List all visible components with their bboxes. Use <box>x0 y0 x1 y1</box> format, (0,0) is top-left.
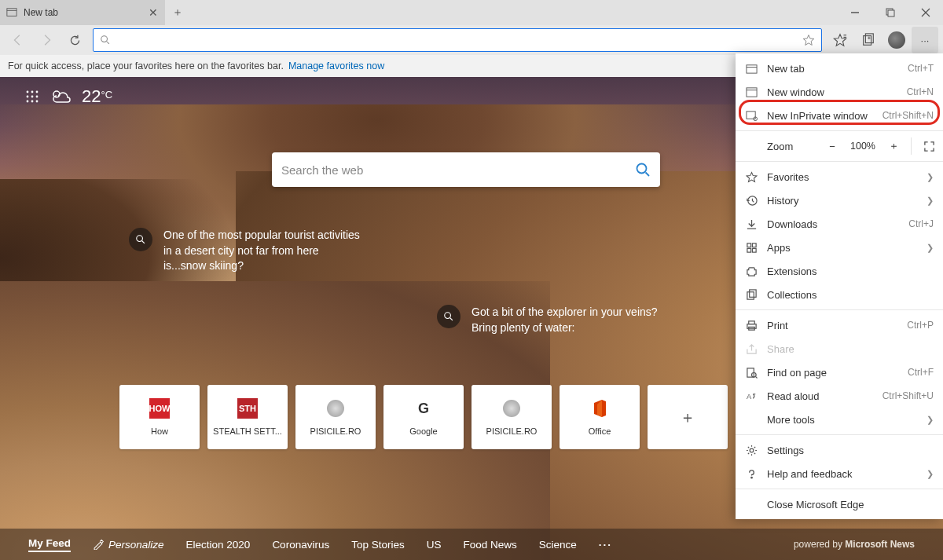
feed-more-icon[interactable]: ··· <box>599 539 612 551</box>
feed-science[interactable]: Science <box>539 539 577 551</box>
menu-read-aloud[interactable]: A» Read aloud Ctrl+Shift+U <box>736 384 943 408</box>
favorite-star-icon[interactable] <box>802 34 815 46</box>
svg-text:A: A <box>746 393 751 401</box>
address-bar[interactable] <box>93 28 822 52</box>
svg-point-18 <box>27 96 29 98</box>
content-header: 22°C <box>25 86 112 107</box>
zoom-out-button[interactable]: − <box>820 134 845 159</box>
feed-personalize[interactable]: Personalize <box>93 539 164 551</box>
chevron-right-icon: ❯ <box>926 415 934 425</box>
back-button[interactable] <box>5 27 31 53</box>
feed-us[interactable]: US <box>427 539 442 551</box>
web-search-input[interactable] <box>281 163 635 177</box>
refresh-button[interactable] <box>61 27 88 53</box>
menu-apps[interactable]: Apps ❯ <box>736 236 943 259</box>
hint-text: One of the most popular tourist activiti… <box>163 228 360 274</box>
tile-stealth[interactable]: STHSTEALTH SETT... <box>207 385 288 449</box>
new-tab-button[interactable]: ＋ <box>165 0 190 25</box>
weather-icon[interactable] <box>50 88 71 105</box>
zoom-value: 100% <box>849 141 876 152</box>
feed-coronavirus[interactable]: Coronavirus <box>272 539 329 551</box>
menu-history[interactable]: History ❯ <box>736 188 943 212</box>
forward-button[interactable] <box>33 27 60 53</box>
browser-tab[interactable]: New tab ✕ <box>0 0 165 25</box>
svg-point-27 <box>137 236 143 242</box>
feed-top-stories[interactable]: Top Stories <box>351 539 405 551</box>
svg-rect-33 <box>746 87 756 96</box>
address-input[interactable] <box>116 35 798 46</box>
fullscreen-button[interactable] <box>916 134 941 159</box>
info-hint-1[interactable]: One of the most popular tourist activiti… <box>129 228 360 274</box>
tile-google[interactable]: GGoogle <box>383 385 464 449</box>
menu-new-window[interactable]: New window Ctrl+N <box>736 80 943 104</box>
svg-point-53 <box>750 477 752 478</box>
chevron-right-icon: ❯ <box>926 243 934 253</box>
profile-button[interactable] <box>883 27 910 53</box>
temperature[interactable]: 22°C <box>82 86 112 107</box>
tile-how[interactable]: HOWHow <box>119 385 200 449</box>
menu-help[interactable]: Help and feedback ❯ <box>736 462 943 485</box>
menu-settings[interactable]: Settings <box>736 438 943 462</box>
search-icon[interactable] <box>635 162 651 178</box>
chevron-right-icon: ❯ <box>926 196 934 206</box>
powered-by: powered by Microsoft News <box>794 539 915 550</box>
feed-my-feed[interactable]: My Feed <box>28 537 71 552</box>
apps-grid-icon[interactable] <box>25 90 39 104</box>
zoom-label: Zoom <box>745 141 815 152</box>
menu-new-tab[interactable]: New tab Ctrl+T <box>736 57 943 80</box>
menu-print[interactable]: Print Ctrl+P <box>736 313 943 337</box>
svg-rect-31 <box>746 64 756 72</box>
svg-text:»: » <box>753 390 755 395</box>
gear-icon <box>745 444 758 456</box>
menu-collections[interactable]: Collections <box>736 283 943 306</box>
find-icon <box>745 366 758 379</box>
tile-add[interactable]: ＋ <box>648 385 728 449</box>
svg-point-21 <box>27 101 29 103</box>
feed-bar: My Feed Personalize Election 2020 Corona… <box>0 529 943 560</box>
svg-line-28 <box>142 241 145 243</box>
menu-share: Share <box>736 337 943 361</box>
maximize-button[interactable] <box>872 0 908 25</box>
svg-rect-4 <box>888 10 894 16</box>
web-search-box[interactable] <box>272 152 660 187</box>
feed-election[interactable]: Election 2020 <box>186 539 251 551</box>
svg-rect-40 <box>747 248 750 252</box>
history-icon <box>745 194 758 207</box>
menu-new-inprivate[interactable]: New InPrivate window Ctrl+Shift+N <box>736 104 943 127</box>
collections-button[interactable] <box>855 27 882 53</box>
tab-favicon-icon <box>6 7 17 18</box>
window-icon <box>745 86 758 98</box>
manage-favorites-link[interactable]: Manage favorites now <box>288 60 384 71</box>
tab-close-icon[interactable]: ✕ <box>148 7 159 18</box>
tile-pisicile-2[interactable]: PISICILE.RO <box>472 385 552 449</box>
svg-point-19 <box>31 96 34 98</box>
menu-close-edge[interactable]: Close Microsoft Edge <box>736 492 943 516</box>
chevron-right-icon: ❯ <box>926 469 934 479</box>
svg-rect-41 <box>752 248 756 252</box>
svg-line-8 <box>107 42 109 44</box>
info-hint-2[interactable]: Got a bit of the explorer in your veins?… <box>437 305 660 335</box>
favorites-button[interactable] <box>827 27 853 53</box>
settings-menu-button[interactable]: ··· <box>912 27 938 53</box>
menu-favorites[interactable]: Favorites ❯ <box>736 165 943 188</box>
minimize-button[interactable] <box>837 0 872 25</box>
tile-pisicile-1[interactable]: PISICILE.RO <box>295 385 376 449</box>
help-icon <box>745 467 758 480</box>
svg-rect-43 <box>749 289 755 296</box>
zoom-in-button[interactable]: ＋ <box>881 134 906 159</box>
feed-food[interactable]: Food News <box>463 539 516 551</box>
svg-rect-39 <box>752 243 756 247</box>
svg-point-23 <box>36 101 39 103</box>
close-window-button[interactable] <box>908 0 943 25</box>
menu-more-tools[interactable]: More tools ❯ <box>736 408 943 431</box>
hint-text: Got a bit of the explorer in your veins?… <box>472 305 660 335</box>
tile-office[interactable]: Office <box>560 385 640 449</box>
titlebar: New tab ✕ ＋ <box>0 0 943 25</box>
menu-find[interactable]: Find on page Ctrl+F <box>736 361 943 384</box>
menu-downloads[interactable]: Downloads Ctrl+J <box>736 212 943 236</box>
svg-rect-0 <box>7 9 17 16</box>
collections-icon <box>745 288 758 301</box>
settings-menu: New tab Ctrl+T New window Ctrl+N New InP… <box>736 53 943 519</box>
menu-extensions[interactable]: Extensions <box>736 259 943 283</box>
svg-rect-11 <box>864 36 871 46</box>
